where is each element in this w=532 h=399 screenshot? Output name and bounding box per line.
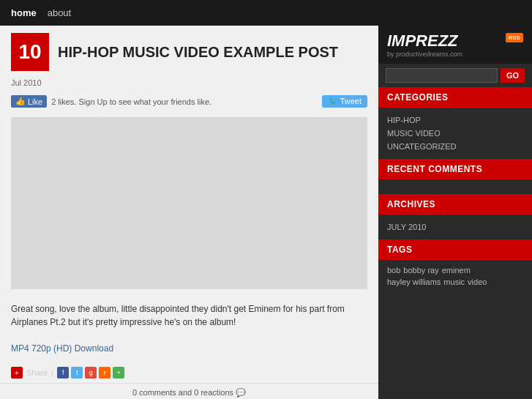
- logo-sub: by productivedreams.com: [387, 51, 462, 58]
- more-share-icon[interactable]: +: [113, 367, 124, 379]
- logo-text: IMPREZZ: [387, 33, 462, 49]
- like-count: 2 likes. Sign Up to see what your friend…: [51, 97, 211, 106]
- comments-bar: 0 comments and 0 reactions 💬: [0, 383, 378, 399]
- header: home about: [0, 0, 532, 26]
- comments-text: 0 comments and 0 reactions: [132, 388, 233, 397]
- google-share-icon[interactable]: g: [85, 367, 97, 379]
- logo-area: IMPREZZ by productivedreams.com RSS: [378, 26, 532, 64]
- twitter-icon: 🐦: [328, 97, 338, 105]
- tags-area: bob bobby ray eminem hayley williams mus…: [378, 260, 532, 292]
- post-date: Jul 2010: [0, 78, 378, 92]
- share-icons: f t g r +: [57, 367, 124, 379]
- recent-comments-title: RECENT COMMENTS: [378, 159, 532, 179]
- download-link[interactable]: MP4 720p (HD) Download: [11, 343, 113, 354]
- archive-july2010[interactable]: JULY 2010: [387, 220, 523, 234]
- nav-about[interactable]: about: [48, 7, 72, 18]
- main-content: 10 HIP-HOP MUSIC VIDEO EXAMPLE POST Jul …: [0, 26, 378, 399]
- social-left: 👍 Like 2 likes. Sign Up to see what your…: [11, 95, 211, 108]
- rss-badge[interactable]: RSS: [506, 33, 523, 42]
- post-body: Great song, love the album, little disap…: [0, 295, 378, 362]
- sidebar: IMPREZZ by productivedreams.com RSS GO C…: [378, 26, 532, 399]
- post-number: 10: [11, 33, 49, 71]
- categories-title: CATEGORIES: [378, 87, 532, 108]
- social-bar: 👍 Like 2 likes. Sign Up to see what your…: [0, 92, 378, 111]
- like-button[interactable]: 👍 Like: [11, 95, 47, 108]
- post-text: Great song, love the album, little disap…: [11, 302, 367, 329]
- separator: |: [51, 368, 53, 377]
- comment-icon: 💬: [236, 388, 246, 397]
- share-label: Share: [26, 368, 48, 377]
- nav-home[interactable]: home: [11, 7, 37, 18]
- category-uncategorized[interactable]: UNCATEGORIZED: [387, 140, 523, 153]
- go-button[interactable]: GO: [501, 68, 525, 83]
- tag-hayley-williams[interactable]: hayley williams: [387, 277, 441, 286]
- layout: 10 HIP-HOP MUSIC VIDEO EXAMPLE POST Jul …: [0, 26, 532, 399]
- rss-share-icon[interactable]: r: [99, 367, 110, 379]
- category-hiphop[interactable]: HIP-HOP: [387, 113, 523, 127]
- post-title: HIP-HOP MUSIC VIDEO EXAMPLE POST: [58, 44, 338, 61]
- share-icon: +: [11, 367, 23, 379]
- category-musicvideo[interactable]: MUSIC VIDEO: [387, 127, 523, 140]
- video-embed: [11, 117, 367, 289]
- recent-comments-content: [378, 179, 532, 194]
- categories-list: HIP-HOP MUSIC VIDEO UNCATEGORIZED: [378, 108, 532, 159]
- tweet-button[interactable]: 🐦 Tweet: [322, 95, 367, 108]
- tag-bobby-ray[interactable]: bobby ray: [403, 266, 438, 275]
- share-bar: + Share | f t g r +: [0, 362, 378, 383]
- twitter-share-icon[interactable]: t: [71, 367, 83, 379]
- archives-title: ARCHIVES: [378, 194, 532, 215]
- tags-title: TAGS: [378, 239, 532, 260]
- facebook-share-icon[interactable]: f: [57, 367, 69, 379]
- post-header: 10 HIP-HOP MUSIC VIDEO EXAMPLE POST: [0, 26, 378, 78]
- search-input[interactable]: [386, 68, 498, 83]
- tag-music[interactable]: music: [443, 277, 465, 286]
- thumb-up-icon: 👍: [15, 97, 26, 106]
- logo-block: IMPREZZ by productivedreams.com: [387, 33, 462, 58]
- tag-video[interactable]: video: [468, 277, 487, 286]
- tag-bob[interactable]: bob: [387, 266, 400, 275]
- tag-eminem[interactable]: eminem: [442, 266, 471, 275]
- archives-list: JULY 2010: [378, 215, 532, 239]
- search-area: GO: [378, 64, 532, 87]
